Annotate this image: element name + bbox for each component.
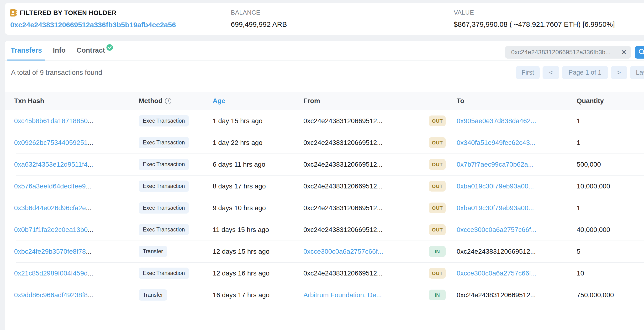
to-address[interactable]: 0xcce300c0a6a2757c66f... [456,226,536,233]
pagination-last-button[interactable]: Last [630,66,644,79]
direction-badge: OUT [429,224,446,235]
direction-cell: OUT [429,181,456,192]
table-toolbar: A total of 9 transactions found First < … [5,61,644,92]
direction-badge: OUT [429,159,446,170]
tab-info[interactable]: Info [50,41,69,61]
tab-contract[interactable]: Contract [73,41,116,61]
to-cell: 0xba019c30f79eb93a00... [456,204,577,212]
method-cell: Exec Transaction [139,202,213,214]
search-filter-pill: 0xc24e24383120669512a336fb3b... ✕ [505,46,631,59]
to-cell: 0xc24e24383120669512... [456,291,577,299]
hash-ellipsis: ... [88,117,93,125]
from-cell: 0xc24e24383120669512... [304,183,429,190]
method-badge: Transfer [139,246,167,257]
to-address[interactable]: 0xba019c30f79eb93a00... [456,204,534,212]
quantity-cell: 5 [577,248,644,255]
age-cell: 12 days 16 hrs ago [213,269,304,277]
pagination-first-button[interactable]: First [516,66,540,79]
txn-hash-cell: 0x21c85d2989f004f459d... [14,269,139,277]
token-holder-address-link[interactable]: 0xc24e24383120669512a336fb3b5b19afb4cc2a… [10,21,176,29]
to-cell: 0x7b7f7aec99ca70b62a... [456,161,577,168]
transactions-summary: A total of 9 transactions found [11,66,102,79]
table-row: 0x09262bc75344059251... Exec Transaction… [5,132,644,153]
method-badge: Exec Transaction [139,202,189,214]
direction-cell: OUT [429,268,456,279]
method-cell: Transfer [139,289,213,301]
txn-hash-link[interactable]: 0x21c85d2989f004f459d [14,269,88,277]
to-address[interactable]: 0xba019c30f79eb93a00... [456,183,534,190]
quantity-cell: 1 [577,139,644,146]
search-button[interactable] [635,46,644,59]
txn-hash-link[interactable]: 0xc45b8b61da18718850 [14,117,88,125]
to-cell: 0x905ae0e37d838da462... [456,117,577,125]
direction-badge: OUT [429,181,446,192]
method-cell: Transfer [139,246,213,257]
direction-badge: OUT [429,115,446,126]
table-header-row: Txn Hash Method i Age From To Quantity [5,92,644,110]
from-address: 0xc24e24383120669512... [304,226,383,233]
contract-verified-icon [106,44,113,51]
age-cell: 8 days 17 hrs ago [213,183,304,190]
txn-hash-cell: 0xbc24fe29b3570fe8f78... [14,248,139,255]
method-cell: Exec Transaction [139,181,213,192]
token-transfers-page: FILTERED BY TOKEN HOLDER 0xc24e243831206… [5,3,644,330]
from-address[interactable]: 0xcce300c0a6a2757c66f... [304,248,383,255]
clear-filter-button[interactable]: ✕ [617,46,631,59]
hash-ellipsis: ... [88,226,93,233]
to-address: 0xc24e24383120669512... [456,291,536,299]
pagination: First < Page 1 of 1 > Last [516,66,644,79]
txn-hash-link[interactable]: 0x09262bc75344059251 [14,139,88,146]
quantity-cell: 10 [577,269,644,277]
table-row: 0x9dd86c966adf49238f8... Transfer 16 day… [5,284,644,306]
direction-cell: IN [429,290,456,300]
txn-hash-link[interactable]: 0x3b6d44e026d96cfa2e [14,204,86,212]
filter-summary-card: FILTERED BY TOKEN HOLDER 0xc24e243831206… [5,3,644,35]
to-cell: 0xc24e24383120669512... [456,248,577,255]
tab-bar: Transfers Info Contract 0xc24e2438312066… [5,41,644,61]
txn-hash-cell: 0x0b71f1fa2e2c0ea13b0... [14,226,139,234]
from-address: 0xc24e24383120669512... [304,139,383,146]
direction-cell: OUT [429,203,456,213]
method-info-icon[interactable]: i [165,98,172,104]
txn-hash-link[interactable]: 0x576a3eefd64decffee9 [14,183,86,190]
from-cell: 0xc24e24383120669512... [304,204,429,212]
txn-hash-link[interactable]: 0x9dd86c966adf49238f8 [14,291,88,299]
method-badge: Exec Transaction [139,159,189,170]
to-address[interactable]: 0x7b7f7aec99ca70b62a... [456,161,534,168]
txn-hash-link[interactable]: 0xa632f4353e12d9511f4 [14,161,88,168]
method-cell: Exec Transaction [139,115,213,126]
txn-hash-link[interactable]: 0xbc24fe29b3570fe8f78 [14,248,86,255]
from-address[interactable]: Arbitrum Foundation: De... [304,291,382,299]
method-badge: Exec Transaction [139,181,189,192]
to-address[interactable]: 0xcce300c0a6a2757c66f... [456,269,536,277]
hash-ellipsis: ... [86,204,92,212]
page-indicator: Page 1 of 1 [562,66,608,79]
quantity-cell: 1 [577,204,644,212]
to-address[interactable]: 0x340fa51e949fec62c43... [456,139,536,146]
search-filter-value[interactable]: 0xc24e24383120669512a336fb3b... [505,49,617,56]
method-cell: Exec Transaction [139,137,213,148]
age-cell: 1 day 15 hrs ago [213,117,304,125]
pagination-prev-button[interactable]: < [542,66,559,79]
transfers-card: Transfers Info Contract 0xc24e2438312066… [5,41,644,330]
from-address: 0xc24e24383120669512... [304,117,383,125]
from-cell: 0xc24e24383120669512... [304,117,429,125]
pagination-next-button[interactable]: > [611,66,627,79]
to-cell: 0xcce300c0a6a2757c66f... [456,226,577,234]
column-header-method: Method i [139,97,213,105]
token-holder-icon [10,9,17,17]
quantity-cell: 40,000,000 [577,226,644,234]
txn-hash-link[interactable]: 0x0b71f1fa2e2c0ea13b0 [14,226,88,233]
hash-ellipsis: ... [88,291,93,299]
direction-cell: OUT [429,137,456,148]
column-header-quantity: Quantity [577,97,644,105]
method-header-label: Method [139,97,162,105]
tab-transfers[interactable]: Transfers [8,41,45,61]
column-header-txn-hash: Txn Hash [14,97,139,105]
column-header-age[interactable]: Age [213,97,304,105]
age-cell: 6 days 11 hrs ago [213,161,304,168]
to-address[interactable]: 0x905ae0e37d838da462... [456,117,536,125]
table-row: 0x21c85d2989f004f459d... Exec Transactio… [5,262,644,284]
balance-value: 699,499,992 ARB [231,20,443,29]
method-badge: Exec Transaction [139,115,189,126]
